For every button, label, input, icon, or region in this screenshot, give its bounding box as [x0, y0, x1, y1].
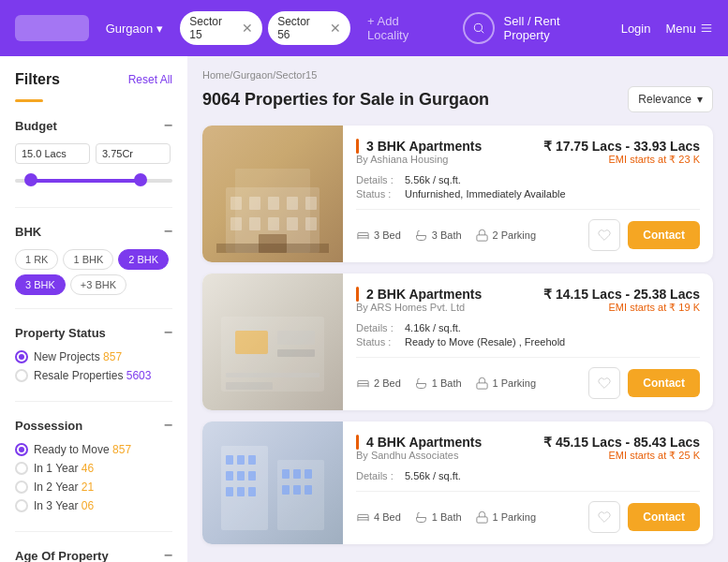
- bed-icon: [356, 510, 370, 525]
- budget-filter-toggle[interactable]: Budget −: [15, 117, 172, 134]
- svg-rect-10: [287, 197, 298, 210]
- building2-svg: [216, 441, 329, 535]
- locality-tag-sector56[interactable]: Sector 56✕: [268, 11, 350, 45]
- svg-rect-19: [476, 234, 486, 240]
- range-thumb-right[interactable]: [134, 173, 147, 186]
- possession-option-ready-to-move[interactable]: Ready to Move 857: [15, 443, 172, 456]
- status-label: Status :: [356, 336, 405, 348]
- bhk-filter-toggle[interactable]: BHK −: [15, 223, 172, 240]
- bath-amenity-1: 3 Bath: [414, 229, 462, 243]
- svg-rect-7: [230, 197, 242, 210]
- heart-icon: [598, 229, 611, 242]
- menu-button[interactable]: Menu: [665, 22, 713, 36]
- svg-rect-40: [305, 469, 312, 479]
- bhk-option-+3-bhk[interactable]: +3 BHK: [70, 274, 126, 295]
- radio-dot: [15, 499, 28, 512]
- property-status-label: Property Status: [15, 326, 106, 340]
- age-of-property-collapse-icon: −: [164, 547, 172, 562]
- contact-button-3[interactable]: Contact: [628, 503, 700, 531]
- property-status-option-new-projects[interactable]: New Projects 857: [15, 350, 172, 363]
- possession-options: Ready to Move 857 In 1 Year 46 In 2 Year…: [15, 443, 172, 512]
- bed-count-1: 3 Bed: [374, 229, 401, 241]
- card-footer-2: 2 Bed 1 Bath 1 Parking: [356, 357, 700, 399]
- card-top-3: 4 BHK Apartments By Sandhu Associates ₹ …: [356, 435, 700, 468]
- svg-rect-43: [305, 485, 312, 495]
- prop-header: 3 BHK Apartments: [356, 139, 482, 154]
- parking-count-3: 1 Parking: [493, 511, 536, 523]
- svg-rect-35: [226, 487, 233, 496]
- age-of-property-toggle[interactable]: Age Of Property −: [15, 547, 172, 562]
- property-status-options: New Projects 857 Resale Properties 5603: [15, 350, 172, 382]
- budget-label: Budget: [15, 119, 57, 133]
- bhk-option-3-bhk[interactable]: 3 BHK: [15, 274, 66, 295]
- property-status-option-resale-properties[interactable]: Resale Properties 5603: [15, 369, 172, 382]
- possession-option-in-1-year[interactable]: In 1 Year 46: [15, 462, 172, 475]
- emi-text-3: EMI starts at ₹ 25 K: [543, 450, 700, 462]
- parking-amenity-1: 2 Parking: [475, 229, 536, 243]
- wishlist-button-3[interactable]: [588, 501, 620, 533]
- builder-name-2: By ARS Homes Pvt. Ltd: [356, 302, 482, 313]
- contact-button-1[interactable]: Contact: [628, 221, 700, 249]
- bhk-option-1-rk[interactable]: 1 RK: [15, 249, 58, 270]
- possession-label: Possession: [15, 419, 82, 433]
- wishlist-button-1[interactable]: [588, 219, 620, 251]
- price-range-1: ₹ 17.75 Lacs - 33.93 Lacs: [543, 139, 700, 154]
- budget-range-slider[interactable]: [15, 171, 172, 190]
- status-value-1: Unfurnished, Immediately Available: [405, 188, 566, 200]
- parking-count-1: 2 Parking: [493, 229, 536, 241]
- location-selector[interactable]: Gurgaon ▾: [98, 18, 171, 39]
- main-layout: Filters Reset All Budget − BHK: [0, 56, 728, 562]
- search-button[interactable]: [463, 12, 495, 44]
- card-accent-bar: [356, 287, 359, 302]
- sort-dropdown[interactable]: Relevance ▾: [628, 86, 713, 112]
- budget-min-input[interactable]: [15, 143, 90, 164]
- possession-option-in-2-year[interactable]: In 2 Year 21: [15, 481, 172, 494]
- details-row-2: Details : 4.16k / sq.ft.: [356, 322, 700, 333]
- chevron-down-icon: ▾: [156, 22, 163, 36]
- bed-count-3: 4 Bed: [374, 511, 401, 523]
- bhk-filter: BHK − 1 RK1 BHK2 BHK3 BHK+3 BHK: [15, 223, 172, 309]
- range-fill: [31, 179, 141, 183]
- svg-rect-38: [282, 469, 290, 479]
- remove-tag-sector15-icon[interactable]: ✕: [242, 21, 253, 36]
- bhk-option-2-bhk[interactable]: 2 BHK: [118, 249, 169, 270]
- sort-label: Relevance: [638, 93, 691, 106]
- remove-tag-sector56-icon[interactable]: ✕: [330, 21, 341, 36]
- contact-button-2[interactable]: Contact: [628, 369, 700, 397]
- logo: [15, 15, 89, 41]
- hamburger-icon: [700, 22, 713, 35]
- svg-rect-37: [248, 487, 256, 496]
- property-details-2: 2 BHK Apartments By ARS Homes Pvt. Ltd ₹…: [343, 274, 713, 410]
- radio-dot: [15, 350, 28, 363]
- svg-rect-44: [476, 516, 486, 522]
- budget-inputs: [15, 143, 172, 164]
- parking-amenity-3: 1 Parking: [475, 510, 536, 525]
- svg-rect-25: [226, 382, 273, 390]
- wishlist-button-2[interactable]: [588, 367, 620, 399]
- add-locality-button[interactable]: + Add Locality: [360, 10, 450, 46]
- svg-rect-33: [237, 471, 245, 481]
- login-button[interactable]: Login: [621, 22, 651, 36]
- card-top-2: 2 BHK Apartments By ARS Homes Pvt. Ltd ₹…: [356, 287, 700, 320]
- bath-count-3: 1 Bath: [432, 511, 462, 523]
- status-value-2: Ready to Move (Resale) , Freehold: [405, 336, 565, 348]
- svg-rect-13: [249, 217, 260, 230]
- parking-icon: [475, 229, 489, 243]
- details-value-1: 5.56k / sq.ft.: [405, 174, 461, 185]
- budget-max-input[interactable]: [96, 143, 171, 164]
- sell-rent-button[interactable]: Sell / Rent Property: [504, 14, 606, 42]
- property-status-toggle[interactable]: Property Status −: [15, 324, 172, 341]
- bhk-option-1-bhk[interactable]: 1 BHK: [63, 249, 113, 270]
- bed-count-2: 2 Bed: [374, 377, 401, 389]
- parking-count-2: 1 Parking: [493, 377, 536, 389]
- bath-amenity-3: 1 Bath: [414, 510, 462, 525]
- range-thumb-left[interactable]: [24, 173, 37, 186]
- possession-option-in-3-year[interactable]: In 3 Year 06: [15, 499, 172, 512]
- locality-tag-sector15[interactable]: Sector 15✕: [180, 11, 262, 45]
- possession-toggle[interactable]: Possession −: [15, 417, 172, 434]
- property-card-1: 3 BHK Apartments By Ashiana Housing ₹ 17…: [202, 126, 713, 262]
- card-accent-bar: [356, 139, 359, 154]
- reset-all-button[interactable]: Reset All: [128, 73, 172, 86]
- amenities-3: 4 Bed 1 Bath 1 Parking: [356, 510, 536, 525]
- property-thumbnail: [202, 422, 343, 544]
